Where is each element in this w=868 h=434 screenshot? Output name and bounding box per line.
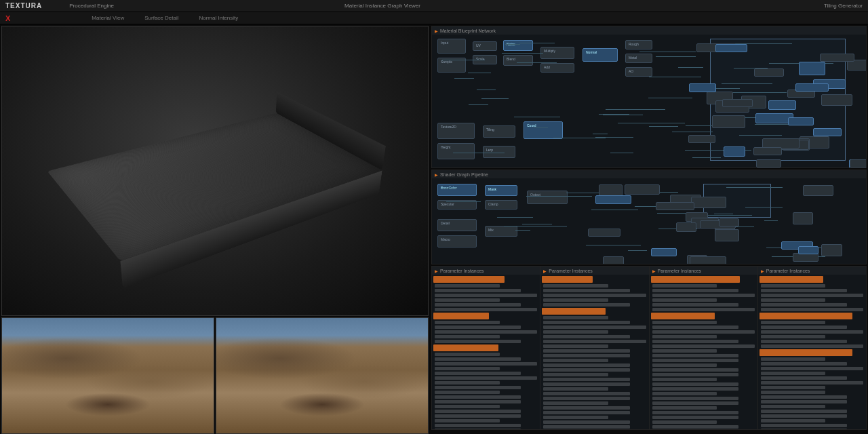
graph-node[interactable]: AO [625, 67, 652, 77]
shader-panel-header[interactable]: ▶ Shader Graph Pipeline [432, 170, 866, 178]
param-row[interactable] [761, 303, 847, 307]
tool-normal-intensity[interactable]: Normal Intensity [199, 15, 238, 21]
graph-node[interactable] [813, 128, 841, 136]
param-row[interactable] [543, 425, 629, 429]
param-row[interactable] [652, 330, 755, 334]
param-row[interactable] [435, 294, 537, 297]
tool-surface-detail[interactable]: Surface Detail [144, 15, 178, 21]
param-row[interactable] [435, 400, 521, 403]
param-row[interactable] [435, 367, 500, 370]
param-row[interactable] [435, 414, 521, 418]
graph-node[interactable] [793, 253, 818, 262]
graph-node[interactable] [719, 218, 739, 226]
param-row[interactable] [652, 359, 738, 362]
param-row[interactable] [543, 330, 608, 334]
category-header[interactable] [760, 276, 823, 283]
graph-node[interactable]: Mix [485, 226, 517, 237]
logo-icon[interactable]: X [5, 14, 10, 22]
graph-node[interactable] [756, 159, 781, 167]
param-row[interactable] [435, 429, 521, 429]
param-col-header[interactable]: ▶Parameter Instances [758, 267, 866, 275]
graph-node[interactable]: Detail [437, 219, 477, 231]
param-row[interactable] [652, 289, 738, 292]
param-row[interactable] [652, 321, 717, 324]
category-header[interactable] [542, 308, 606, 315]
param-row[interactable] [435, 335, 500, 338]
graph-node[interactable] [689, 83, 716, 92]
param-row[interactable] [652, 406, 717, 410]
graph-node[interactable] [798, 246, 818, 254]
param-col-1[interactable]: ▶Parameter Instances [432, 267, 540, 429]
graph-node[interactable] [820, 54, 854, 62]
param-row[interactable] [652, 373, 738, 376]
graph-node[interactable] [588, 229, 620, 237]
param-row[interactable] [543, 411, 629, 414]
param-row[interactable] [435, 308, 537, 311]
param-row[interactable] [435, 376, 537, 380]
param-row[interactable] [435, 289, 521, 292]
graph-node[interactable] [691, 197, 727, 208]
param-row[interactable] [652, 387, 738, 391]
graph-node[interactable] [753, 147, 783, 155]
graph-node[interactable] [768, 100, 797, 109]
param-row[interactable] [761, 376, 847, 380]
param-row[interactable] [543, 335, 629, 338]
param-row[interactable] [652, 298, 717, 302]
param-row[interactable] [543, 340, 646, 343]
param-row[interactable] [761, 326, 847, 329]
param-row[interactable] [435, 330, 537, 334]
category-header[interactable] [433, 313, 489, 319]
graph-node[interactable]: Height [437, 143, 475, 159]
blueprint-panel-header[interactable]: ▶ Material Blueprint Network [432, 26, 866, 35]
param-row[interactable] [435, 419, 500, 422]
param-col-header[interactable]: ▶Parameter Instances [432, 267, 540, 275]
param-row[interactable] [435, 391, 500, 394]
graph-node[interactable] [715, 44, 747, 52]
param-row[interactable] [435, 372, 521, 375]
param-row[interactable] [761, 340, 847, 343]
param-col-3[interactable]: ▶Parameter Instances [650, 267, 758, 429]
terrain-thumb-2[interactable] [216, 317, 429, 434]
param-row[interactable] [761, 367, 863, 370]
param-row[interactable] [543, 326, 646, 329]
param-row[interactable] [652, 368, 738, 372]
param-col-4[interactable]: ▶Parameter Instances [758, 267, 866, 429]
graph-node[interactable]: Metal [625, 54, 652, 63]
param-row[interactable] [761, 414, 847, 418]
param-row[interactable] [543, 368, 629, 372]
graph-node[interactable] [724, 146, 745, 157]
param-row[interactable] [435, 284, 500, 288]
param-row[interactable] [543, 387, 608, 391]
param-row[interactable] [652, 326, 738, 329]
graph-node[interactable] [850, 159, 867, 167]
param-col-header[interactable]: ▶Parameter Instances [540, 267, 648, 275]
param-row[interactable] [543, 401, 608, 405]
param-row[interactable] [652, 344, 755, 348]
graph-node[interactable] [651, 248, 677, 256]
param-row[interactable] [435, 381, 500, 384]
graph-node[interactable] [715, 229, 739, 241]
param-row[interactable] [761, 294, 863, 297]
graph-node[interactable] [676, 222, 696, 232]
graph-node[interactable]: Noise [503, 40, 533, 51]
param-row[interactable] [543, 406, 629, 410]
graph-node[interactable] [712, 115, 745, 128]
param-row[interactable] [652, 401, 738, 405]
param-row[interactable] [652, 397, 738, 400]
param-row[interactable] [543, 420, 629, 424]
param-row[interactable] [761, 419, 826, 422]
param-row[interactable] [435, 424, 521, 427]
param-row[interactable] [435, 386, 521, 389]
param-row[interactable] [435, 353, 500, 356]
param-row[interactable] [543, 363, 629, 367]
graph-node[interactable] [821, 244, 842, 256]
graph-node[interactable]: Multiply [540, 47, 574, 59]
graph-node[interactable] [821, 94, 853, 106]
graph-node[interactable] [722, 99, 753, 107]
graph-node[interactable] [599, 184, 623, 196]
category-header[interactable] [433, 344, 498, 351]
param-row[interactable] [652, 284, 717, 288]
graph-node[interactable] [754, 68, 784, 77]
param-row[interactable] [543, 298, 608, 302]
menu-procedural[interactable]: Procedural Engine [69, 3, 114, 9]
